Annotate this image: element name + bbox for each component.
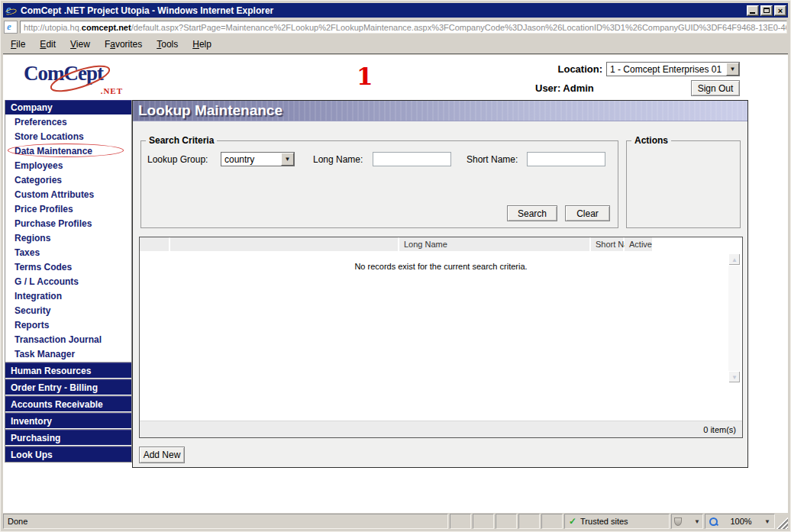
sidebar-sections: Human Resources Order Entry - Billing Ac…: [5, 363, 131, 462]
status-pane-empty: [518, 514, 540, 529]
column-header[interactable]: [170, 237, 399, 252]
sidebar-item[interactable]: Integration: [5, 289, 131, 303]
actions-legend: Actions: [631, 135, 671, 146]
minimize-button[interactable]: [747, 5, 759, 16]
trusted-sites-label: Trusted sites: [580, 517, 628, 526]
sidebar-item[interactable]: Taxes: [5, 245, 131, 260]
sidebar-item[interactable]: Employees: [5, 158, 131, 172]
chevron-down-icon[interactable]: ▼: [764, 518, 770, 525]
column-header[interactable]: Active: [625, 237, 654, 252]
sidebar-item[interactable]: Price Profiles: [5, 202, 131, 216]
sidebar-section-header[interactable]: Look Ups: [5, 447, 131, 462]
sidebar-item[interactable]: Data Maintenance: [5, 143, 131, 158]
sidebar-nav: Company Preferences Store Locations Data…: [5, 100, 132, 463]
window-title: ComCept .NET Project Utopia - Windows In…: [21, 5, 747, 16]
status-pane-empty: [450, 514, 471, 529]
sidebar-item[interactable]: Terms Codes: [5, 260, 131, 274]
sign-out-button[interactable]: Sign Out: [691, 80, 740, 96]
status-text-pane: Done: [3, 514, 448, 529]
page-favicon-icon: e: [4, 21, 18, 34]
chevron-down-icon[interactable]: ▼: [694, 518, 700, 525]
sidebar-item[interactable]: Security: [5, 303, 131, 318]
sidebar-item[interactable]: Regions: [5, 231, 131, 245]
menu-item[interactable]: Edit: [37, 37, 63, 51]
table-footer: 0 item(s): [140, 421, 742, 437]
sidebar-item[interactable]: Custom Attributes: [5, 187, 131, 202]
url-prefix: http://utopia.hq.: [24, 23, 82, 32]
close-button[interactable]: ×: [774, 5, 786, 16]
logo-net-label: .NET: [101, 86, 123, 95]
long-name-input[interactable]: [373, 152, 451, 166]
address-input[interactable]: http://utopia.hq.comcept.net/default.asp…: [20, 21, 787, 34]
status-pane-empty: [473, 514, 494, 529]
clear-button[interactable]: Clear: [565, 205, 610, 221]
page-title-banner: Lookup Maintenance: [133, 101, 747, 121]
minimize-icon: [750, 12, 755, 14]
status-bar: Done ✓ Trusted sites ▼ 100% ▼: [3, 514, 788, 529]
title-bar: e ComCept .NET Project Utopia - Windows …: [3, 3, 788, 18]
url-suffix: /default.aspx?StartPage=Maintenance%2FLo…: [131, 23, 787, 32]
empty-results-message: No records exist for the current search …: [140, 252, 742, 271]
scroll-up-icon[interactable]: ▲: [728, 253, 741, 266]
short-name-input[interactable]: [527, 152, 605, 166]
url-domain: comcept.net: [82, 23, 131, 32]
scroll-down-icon[interactable]: ▼: [728, 371, 741, 383]
scrollbar-track[interactable]: [728, 266, 741, 371]
lookup-group-dropdown[interactable]: country ▼: [221, 152, 295, 166]
zoom-control-pane[interactable]: 100% ▼: [705, 514, 775, 529]
annotation-number: 1: [357, 63, 373, 90]
dropdown-arrow-icon[interactable]: ▼: [726, 63, 739, 76]
comcept-logo: ComCept .NET: [24, 62, 126, 98]
protected-mode-pane[interactable]: ▼: [671, 514, 703, 529]
page-title: Lookup Maintenance: [138, 102, 282, 119]
sidebar-item[interactable]: Categories: [5, 172, 131, 187]
sidebar-item[interactable]: Preferences: [5, 114, 131, 129]
vertical-scrollbar[interactable]: ▲ ▼: [728, 253, 741, 383]
zoom-level: 100%: [730, 517, 751, 526]
sidebar-item[interactable]: Store Locations: [5, 129, 131, 143]
menu-item[interactable]: View: [68, 37, 98, 51]
main-panel: Lookup Maintenance Search Criteria Looku…: [132, 100, 748, 468]
column-header[interactable]: Long Name: [399, 237, 591, 252]
search-criteria-legend: Search Criteria: [146, 135, 217, 146]
results-table: Long Name Short Name Active No records e…: [139, 237, 743, 438]
search-button[interactable]: Search: [507, 205, 557, 221]
column-header[interactable]: Short Name: [591, 237, 625, 252]
magnifier-icon: [709, 517, 718, 526]
sidebar-section-header[interactable]: Human Resources: [5, 363, 131, 378]
sidebar-section-header[interactable]: Order Entry - Billing: [5, 379, 131, 395]
menu-bar: File Edit View Favorites Tools Help: [3, 35, 788, 54]
status-text: Done: [8, 517, 27, 526]
header-right: Location: 1 - Comcept Enterprises 01 ▼ U…: [535, 62, 740, 96]
menu-item[interactable]: File: [8, 37, 33, 51]
sidebar-item[interactable]: Transaction Journal: [5, 332, 131, 347]
add-new-button[interactable]: Add New: [139, 447, 185, 463]
menu-item[interactable]: Tools: [154, 37, 186, 51]
resize-grip[interactable]: [776, 514, 788, 529]
sidebar-section-header[interactable]: Accounts Receivable: [5, 396, 131, 411]
sidebar-section-header[interactable]: Inventory: [5, 413, 131, 428]
location-dropdown[interactable]: 1 - Comcept Enterprises 01 ▼: [606, 62, 740, 76]
dropdown-arrow-icon[interactable]: ▼: [281, 153, 294, 166]
security-zone-pane: ✓ Trusted sites: [564, 514, 670, 529]
long-name-label: Long Name:: [313, 154, 373, 165]
user-label: User: Admin: [535, 82, 594, 94]
sidebar-items: Preferences Store Locations Data Mainten…: [5, 114, 131, 361]
menu-item[interactable]: Help: [190, 37, 219, 51]
sidebar-item[interactable]: G / L Accounts: [5, 274, 131, 289]
lookup-group-value: country: [221, 154, 281, 165]
sidebar-item[interactable]: Task Manager: [5, 347, 131, 361]
status-pane-empty: [496, 514, 517, 529]
address-bar: e http://utopia.hq.comcept.net/default.a…: [3, 19, 788, 35]
maximize-button[interactable]: [760, 5, 773, 16]
table-body: No records exist for the current search …: [140, 252, 742, 421]
location-label: Location:: [558, 63, 603, 75]
sidebar-header-company[interactable]: Company: [5, 100, 131, 114]
table-header-row: Long Name Short Name Active: [140, 237, 742, 252]
sidebar-item[interactable]: Purchase Profiles: [5, 216, 131, 231]
sidebar-section-header[interactable]: Purchasing: [5, 430, 131, 445]
column-header[interactable]: [140, 237, 170, 252]
menu-item[interactable]: Favorites: [102, 37, 150, 51]
sidebar-item[interactable]: Reports: [5, 318, 131, 332]
short-name-label: Short Name:: [467, 154, 527, 165]
